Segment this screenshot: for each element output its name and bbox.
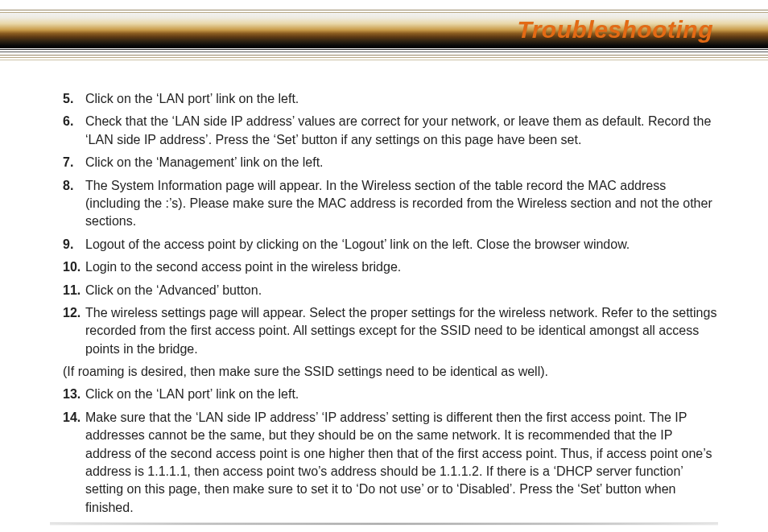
- item-number: 8.: [63, 177, 73, 195]
- list-item: 6. Check that the ‘LAN side IP address’ …: [63, 113, 718, 149]
- item-text: The wireless settings page will appear. …: [85, 306, 716, 356]
- item-text: Make sure that the ‘LAN side IP address’…: [85, 410, 712, 514]
- item-number: 13.: [63, 386, 81, 403]
- footer-rule: [50, 523, 718, 525]
- list-item: 8. The System Information page will appe…: [63, 177, 718, 231]
- list-item: 12. The wireless settings page will appe…: [63, 304, 718, 358]
- list-item: 13. Click on the ‘LAN port’ link on the …: [63, 386, 718, 403]
- item-number: 14.: [63, 409, 81, 427]
- note-text: (If roaming is desired, then make sure t…: [63, 363, 718, 381]
- item-number: 11.: [63, 282, 81, 299]
- item-number: 6.: [63, 113, 73, 130]
- item-text: Click on the ‘Management’ link on the le…: [85, 155, 324, 169]
- body-text: 5. Click on the ‘LAN port’ link on the l…: [0, 61, 768, 522]
- page-footer: 81: [0, 522, 768, 532]
- item-number: 5.: [63, 90, 73, 108]
- list-item: 5. Click on the ‘LAN port’ link on the l…: [63, 90, 718, 108]
- header-rule: [0, 57, 768, 58]
- list-item: 14. Make sure that the ‘LAN side IP addr…: [63, 409, 718, 517]
- page: Troubleshooting 5. Click on the ‘LAN por…: [0, 0, 768, 532]
- list-item: 10. Login to the second access point in …: [63, 258, 718, 276]
- item-number: 12.: [63, 304, 81, 322]
- item-number: 9.: [63, 236, 73, 254]
- page-header: Troubleshooting: [0, 0, 768, 61]
- item-text: Click on the ‘Advanced’ button.: [85, 283, 262, 297]
- header-rule: [0, 55, 768, 56]
- item-text: Check that the ‘LAN side IP address’ val…: [85, 114, 711, 146]
- header-rule: [0, 52, 768, 52]
- list-item: 9. Logout of the access point by clickin…: [63, 236, 718, 254]
- list-item: 11. Click on the ‘Advanced’ button.: [63, 282, 718, 299]
- item-text: Click on the ‘LAN port’ link on the left…: [85, 92, 299, 105]
- header-rule: [0, 10, 768, 10]
- list-item: 7. Click on the ‘Management’ link on the…: [63, 154, 718, 171]
- item-number: 7.: [63, 154, 73, 171]
- header-rule: [0, 60, 768, 60]
- item-text: Login to the second access point in the …: [85, 260, 401, 274]
- item-text: The System Information page will appear.…: [85, 179, 712, 229]
- section-title: Troubleshooting: [517, 16, 713, 43]
- item-text: Logout of the access point by clicking o…: [85, 237, 630, 251]
- item-number: 10.: [63, 258, 81, 276]
- header-rule: [0, 49, 768, 50]
- item-text: Click on the ‘LAN port’ link on the left…: [85, 387, 299, 401]
